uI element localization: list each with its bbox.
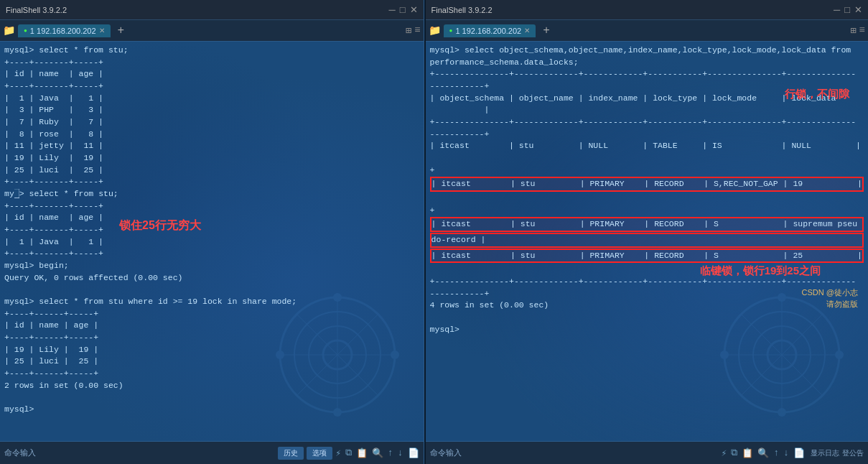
left-line-8: | 8 | rose | 8 | bbox=[4, 129, 419, 141]
left-command-input[interactable] bbox=[39, 449, 275, 458]
right-highlight-row-1: | itcast | stu | PRIMARY | RECORD | S,RE… bbox=[430, 177, 864, 192]
left-line-26: | 19 | Lily | 19 | bbox=[4, 344, 419, 356]
right-line-2: performance_schema.data_locks; bbox=[430, 57, 864, 69]
right-line-8: -----------+ bbox=[430, 129, 864, 141]
left-grid-icon[interactable]: ⊞ bbox=[406, 24, 411, 37]
left-annotation-text: 锁住25行无穷大 bbox=[119, 217, 201, 233]
file-icon[interactable]: 📄 bbox=[408, 447, 419, 459]
watermark: CSDN @徒小志 请勿盗版 bbox=[802, 287, 858, 310]
left-line-30 bbox=[4, 391, 419, 404]
left-title-bar: FinalShell 3.9.2.2 ─ □ ✕ bbox=[0, 0, 424, 20]
right-up-icon[interactable]: ↑ bbox=[773, 447, 779, 458]
right-line-1: mysql> select object_schema,object_name,… bbox=[430, 45, 864, 57]
left-line-17: | 1 | Java | 1 | bbox=[4, 236, 419, 249]
lightning-icon[interactable]: ⚡ bbox=[335, 447, 341, 459]
left-bottom-bar: 命令输入 历史 选项 ⚡ ⧉ 📋 🔍 ↑ ↓ 📄 bbox=[0, 441, 424, 464]
right-highlight-row-2b: do-record | bbox=[430, 233, 864, 248]
right-pane: FinalShell 3.9.2.2 ─ □ ✕ 📁 ● 1 192.168.2… bbox=[426, 0, 868, 464]
right-menu-icon[interactable]: ≡ bbox=[859, 24, 865, 37]
right-folder-icon: 📁 bbox=[429, 24, 441, 37]
left-window-controls: ─ □ ✕ bbox=[389, 4, 418, 15]
watermark-line1: CSDN @徒小志 bbox=[802, 287, 858, 299]
left-line-7: | 7 | Ruby | 7 | bbox=[4, 116, 419, 129]
left-line-1: mysql> select * from stu; bbox=[4, 45, 419, 57]
right-highlight-row-3: | itcast | stu | PRIMARY | RECORD | S | … bbox=[430, 249, 864, 264]
app-container: FinalShell 3.9.2.2 ─ □ ✕ 📁 ● 1 192.168.2… bbox=[0, 0, 868, 464]
left-minimize-btn[interactable]: ─ bbox=[389, 4, 396, 15]
left-line-4: +----+-------+-----+ bbox=[4, 80, 419, 93]
left-tab-dot: ● bbox=[24, 27, 27, 34]
left-menu-icon[interactable]: ≡ bbox=[414, 24, 420, 37]
right-terminal-content: mysql> select object_schema,object_name,… bbox=[430, 45, 864, 335]
right-line-3: +---------------+-------------+---------… bbox=[430, 68, 864, 80]
left-tab-1[interactable]: ● 1 192.168.200.202 ✕ bbox=[18, 24, 111, 37]
left-tab-close[interactable]: ✕ bbox=[99, 27, 105, 34]
right-app-title: FinalShell 3.9.2.2 bbox=[431, 6, 493, 14]
left-close-btn[interactable]: ✕ bbox=[410, 4, 418, 15]
right-command-input[interactable] bbox=[465, 449, 719, 458]
right-terminal[interactable]: mysql> select object_schema,object_name,… bbox=[426, 42, 868, 441]
left-line-25: +----+------+-----+ bbox=[4, 332, 419, 344]
right-tab-1[interactable]: ● 1 192.168.200.202 ✕ bbox=[444, 24, 536, 37]
right-spacer-6 bbox=[430, 312, 864, 324]
right-status-area: 显示日志 登公告 bbox=[811, 448, 864, 458]
right-tab-add[interactable]: + bbox=[540, 24, 553, 37]
right-file-icon[interactable]: 📄 bbox=[793, 447, 805, 459]
right-lightning-icon[interactable]: ⚡ bbox=[722, 447, 727, 459]
left-annotation: 锁住25行无穷大 bbox=[119, 217, 201, 233]
left-line-16: +----+-------+-----+ bbox=[4, 224, 419, 236]
right-search-icon[interactable]: 🔍 bbox=[757, 447, 769, 459]
down-icon[interactable]: ↓ bbox=[398, 447, 403, 458]
paste-icon[interactable]: 📋 bbox=[356, 447, 368, 459]
left-line-20: Query OK, 0 rows affected (0.00 sec) bbox=[4, 272, 419, 284]
left-line-29: 2 rows in set (0.00 sec) bbox=[4, 380, 419, 392]
right-minimize-btn[interactable]: ─ bbox=[834, 4, 840, 15]
right-line-prompt: mysql> bbox=[430, 324, 864, 336]
right-spacer-4: + bbox=[430, 205, 864, 217]
right-grid-icon[interactable]: ⊞ bbox=[850, 24, 856, 37]
right-annotation-top: 行锁，不间隙 bbox=[785, 86, 849, 102]
left-app-title: FinalShell 3.9.2.2 bbox=[6, 6, 67, 14]
svg-point-23 bbox=[835, 351, 844, 359]
right-down-icon[interactable]: ↓ bbox=[783, 447, 789, 458]
right-line-7: +---------------+-------------+---------… bbox=[430, 116, 864, 129]
left-line-22: mysql> select * from stu where id >= 19 … bbox=[4, 296, 419, 308]
right-maximize-btn[interactable]: □ bbox=[844, 4, 850, 15]
right-bottom-icons: ⚡ ⧉ 📋 🔍 ↑ ↓ 📄 bbox=[722, 447, 805, 459]
left-line-13: my█> select * from stu; bbox=[4, 188, 419, 200]
svg-point-21 bbox=[778, 408, 786, 417]
left-line-6: | 3 | PHP | 3 | bbox=[4, 104, 419, 116]
copy-icon[interactable]: ⧉ bbox=[345, 447, 352, 458]
up-icon[interactable]: ↑ bbox=[388, 447, 393, 458]
search-icon[interactable]: 🔍 bbox=[372, 447, 383, 459]
right-status-text2: 登公告 bbox=[842, 448, 864, 458]
left-tab-label: 1 192.168.200.202 bbox=[30, 27, 96, 35]
right-copy-icon[interactable]: ⧉ bbox=[731, 447, 737, 458]
left-input-label: 命令输入 bbox=[4, 447, 36, 458]
left-options-btn[interactable]: 选项 bbox=[307, 447, 332, 460]
left-line-14: +----+-------+-----+ bbox=[4, 200, 419, 213]
left-line-12: +----+-------+-----+ bbox=[4, 176, 419, 188]
right-tab-close[interactable]: ✕ bbox=[524, 27, 530, 34]
right-paste-icon[interactable]: 📋 bbox=[742, 447, 753, 459]
right-annotation-top-text: 行锁，不间隙 bbox=[785, 88, 849, 100]
right-title-bar: FinalShell 3.9.2.2 ─ □ ✕ bbox=[426, 0, 868, 20]
right-spacer-3 bbox=[430, 192, 864, 205]
right-line-6: | bbox=[430, 104, 864, 116]
right-line-end2: -----------+ bbox=[430, 288, 864, 300]
right-close-btn[interactable]: ✕ bbox=[854, 4, 862, 15]
left-line-21 bbox=[4, 284, 419, 296]
left-tab-add[interactable]: + bbox=[115, 24, 128, 37]
left-line-2: +----+-------+-----+ bbox=[4, 57, 419, 69]
left-folder-icon: 📁 bbox=[3, 24, 15, 37]
left-terminal-content: mysql> select * from stu; +----+-------+… bbox=[4, 45, 419, 416]
left-line-15: | id | name | age | bbox=[4, 212, 419, 224]
left-maximize-btn[interactable]: □ bbox=[400, 4, 406, 15]
left-history-btn[interactable]: 历史 bbox=[278, 447, 304, 460]
right-window-controls: ─ □ ✕ bbox=[834, 4, 862, 15]
left-terminal[interactable]: mysql> select * from stu; +----+-------+… bbox=[0, 42, 424, 441]
left-line-19: mysql> begin; bbox=[4, 260, 419, 272]
left-line-23: +----+------+-----+ bbox=[4, 308, 419, 320]
left-line-11: | 25 | luci | 25 | bbox=[4, 164, 419, 177]
right-spacer-2: + bbox=[430, 164, 864, 177]
